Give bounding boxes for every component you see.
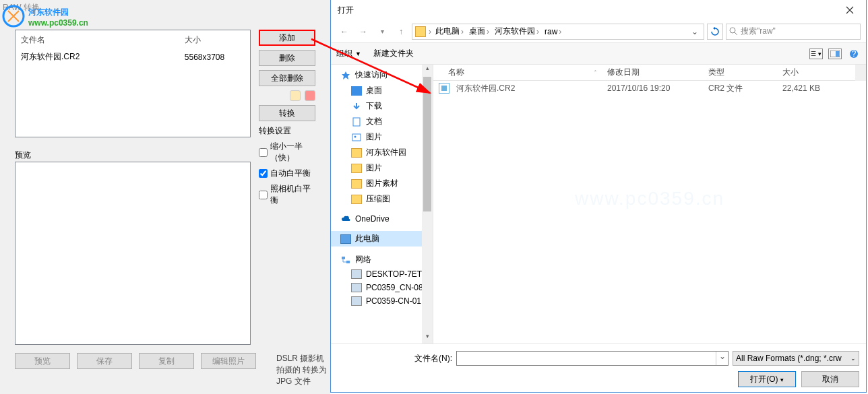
file-columns-header: 名称ˆ 修改日期 类型 大小	[433, 65, 866, 81]
edit-photo-button[interactable]: 编辑照片	[201, 353, 256, 369]
preview-area	[15, 162, 251, 345]
logo-overlay: 河东软件园 www.pc0359.cn	[1, 4, 136, 30]
delete-button[interactable]: 删除	[259, 50, 315, 66]
tree-pictures[interactable]: 图片📌	[331, 129, 433, 145]
dialog-title: 打开	[338, 5, 834, 16]
help-icon[interactable]	[305, 90, 315, 101]
nav-back-button[interactable]: ←	[336, 24, 352, 40]
tree-this-pc[interactable]: 此电脑	[331, 231, 433, 247]
file-row[interactable]: 河东软件园.CR2 2017/10/16 19:20 CR2 文件 22,421…	[433, 81, 866, 96]
file-type-filter[interactable]: All Raw Formats (*.dng; *.crw⌄	[733, 351, 859, 366]
svg-rect-7	[836, 51, 839, 57]
filepane-scrollbar[interactable]	[855, 65, 866, 81]
file-icon	[439, 83, 450, 94]
folder-icon	[415, 26, 426, 37]
tree-folder-pictures2[interactable]: 图片	[331, 160, 433, 176]
settings-title: 转换设置	[259, 125, 315, 137]
help-button[interactable]: ?	[847, 48, 861, 59]
open-button[interactable]: 打开(O) ▾	[738, 371, 796, 387]
add-button[interactable]: 添加	[259, 30, 315, 46]
svg-text:?: ?	[852, 49, 857, 59]
file-pane[interactable]: 名称ˆ 修改日期 类型 大小 河东软件园.CR2 2017/10/16 19:2…	[433, 65, 866, 343]
svg-point-12	[354, 135, 356, 137]
breadcrumb-raw: raw›	[543, 27, 563, 36]
svg-rect-10	[353, 118, 360, 126]
side-button-panel: 添加 删除 全部删除 转换 转换设置 缩小一半（快） 自动白平衡 照相机白平衡	[259, 30, 315, 210]
tree-net-pc0359-01[interactable]: PC0359-CN-01	[331, 294, 433, 308]
address-dropdown[interactable]: ⌄	[689, 27, 701, 36]
tree-downloads[interactable]: 下载📌	[331, 98, 433, 114]
file-row[interactable]: 河东软件园.CR2 5568x3708	[17, 50, 249, 64]
nav-recent-button[interactable]: ▾	[374, 24, 390, 40]
tree-scrollbar[interactable]: ▴ ▾	[422, 65, 433, 343]
tree-desktop[interactable]: 桌面📌	[331, 83, 433, 98]
dialog-titlebar[interactable]: 打开	[331, 0, 866, 20]
svg-text:www.pc0359.cn: www.pc0359.cn	[28, 18, 88, 28]
file-open-dialog: 打开 ← → ▾ ↑ › 此电脑› 桌面› 河东软件园› raw› ⌄ 搜索"r…	[330, 0, 867, 393]
save-button[interactable]: 保存	[77, 353, 132, 369]
breadcrumb-this-pc: 此电脑›	[434, 26, 465, 37]
tree-quick-access[interactable]: 快速访问	[331, 67, 433, 83]
shrink-half-checkbox[interactable]: 缩小一半（快）	[259, 141, 315, 164]
svg-text:河东软件园: 河东软件园	[28, 7, 69, 17]
svg-rect-13	[342, 257, 345, 259]
column-size[interactable]: 大小	[777, 67, 838, 78]
view-options-button[interactable]: ☰ ▾	[809, 48, 823, 59]
column-name[interactable]: 名称ˆ	[433, 67, 602, 78]
tree-folder-materials[interactable]: 图片素材	[331, 176, 433, 191]
column-filesize[interactable]: 大小	[181, 32, 249, 48]
toolbar: 组织▼ 新建文件夹 ☰ ▾ ?	[331, 43, 866, 65]
nav-forward-button[interactable]: →	[355, 24, 371, 40]
raw-converter-window: RAW 转换 河东软件园 www.pc0359.cn 文件名 大小 河东软件园.…	[0, 0, 330, 394]
svg-rect-14	[346, 261, 350, 263]
column-filename[interactable]: 文件名	[17, 32, 179, 48]
search-input[interactable]: 搜索"raw"	[726, 24, 861, 40]
filename-label: 文件名(N):	[338, 353, 452, 364]
preview-pane-button[interactable]	[828, 48, 842, 59]
camera-icon[interactable]	[290, 90, 301, 101]
column-type[interactable]: 类型	[703, 67, 777, 78]
breadcrumb-folder: 河东软件园›	[493, 26, 540, 37]
nav-tree[interactable]: 快速访问 桌面📌 下载📌 文档📌 图片📌 河东软件园 图片 图片素材 压缩图 O…	[331, 65, 433, 343]
tree-onedrive[interactable]: OneDrive	[331, 212, 433, 226]
nav-up-button[interactable]: ↑	[393, 24, 409, 40]
convert-button[interactable]: 转换	[259, 105, 315, 121]
organize-button[interactable]: 组织▼	[336, 48, 361, 59]
svg-rect-11	[352, 134, 361, 141]
column-date[interactable]: 修改日期	[602, 67, 703, 78]
dialog-footer: 文件名(N): ⌄ All Raw Formats (*.dng; *.crw⌄…	[331, 343, 866, 394]
delete-all-button[interactable]: 全部删除	[259, 70, 315, 86]
new-folder-button[interactable]: 新建文件夹	[373, 48, 414, 59]
watermark: www.pc0359.cn	[575, 188, 724, 209]
copy-button[interactable]: 复制	[139, 353, 194, 369]
tree-network[interactable]: 网络	[331, 252, 433, 267]
tree-folder-hdrjy[interactable]: 河东软件园	[331, 145, 433, 160]
refresh-button[interactable]	[707, 24, 723, 40]
address-bar[interactable]: › 此电脑› 桌面› 河东软件园› raw› ⌄	[412, 24, 704, 40]
close-button[interactable]	[834, 1, 865, 20]
filename-dropdown[interactable]: ⌄	[716, 352, 728, 365]
nav-bar: ← → ▾ ↑ › 此电脑› 桌面› 河东软件园› raw› ⌄ 搜索"raw"	[331, 20, 866, 43]
filename-input[interactable]: ⌄	[456, 351, 728, 366]
auto-wb-checkbox[interactable]: 自动白平衡	[259, 168, 315, 179]
bottom-button-row: 预览 保存 复制 编辑照片	[15, 353, 256, 369]
preview-button[interactable]: 预览	[15, 353, 70, 369]
tree-documents[interactable]: 文档📌	[331, 114, 433, 129]
breadcrumb-desktop: 桌面›	[468, 26, 491, 37]
svg-point-4	[730, 28, 735, 33]
tree-folder-compressed[interactable]: 压缩图	[331, 191, 433, 207]
svg-line-5	[735, 32, 737, 35]
tree-net-desktop7[interactable]: DESKTOP-7ETC	[331, 267, 433, 281]
hint-text: DSLR 摄影机拍摄的 转换为 JPG 文件	[276, 353, 328, 387]
tree-net-pc0359-08[interactable]: PC0359_CN-08	[331, 281, 433, 294]
file-list[interactable]: 文件名 大小 河东软件园.CR2 5568x3708	[15, 30, 251, 137]
search-icon	[729, 27, 738, 36]
preview-label: 预览	[15, 150, 31, 161]
cancel-button[interactable]: 取消	[801, 371, 859, 387]
camera-wb-checkbox[interactable]: 照相机白平衡	[259, 183, 315, 206]
